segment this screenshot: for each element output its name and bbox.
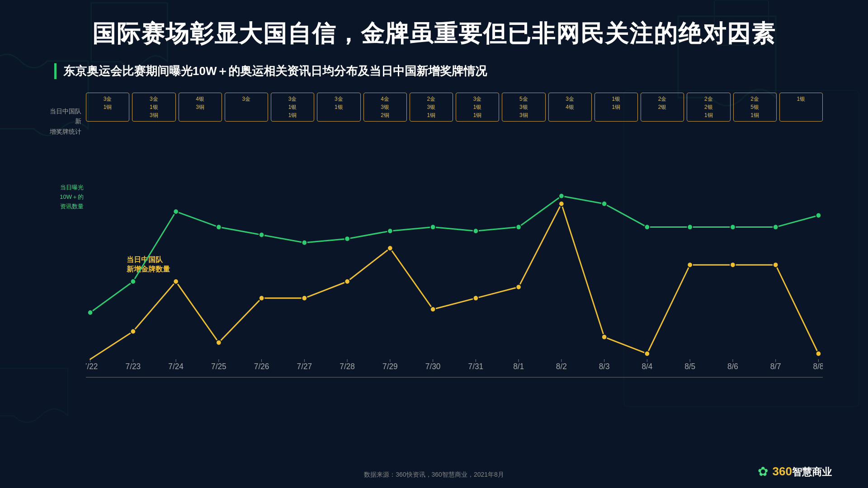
medal-box-4: 3金 1银 1铜 xyxy=(271,93,314,122)
svg-point-49 xyxy=(516,225,521,230)
svg-point-73 xyxy=(816,351,821,357)
svg-text:8/5: 8/5 xyxy=(684,362,695,371)
svg-point-48 xyxy=(473,228,479,234)
logo-area: ✿ 360智慧商业 xyxy=(758,464,832,479)
medal-box-6: 4金 3银 2铜 xyxy=(363,93,407,122)
svg-text:8/7: 8/7 xyxy=(770,362,781,371)
medal-box-8: 3金 1银 1铜 xyxy=(456,93,499,122)
svg-text:8/6: 8/6 xyxy=(727,362,738,371)
medal-box-15: 1银 xyxy=(779,93,823,122)
svg-point-64 xyxy=(430,306,436,312)
svg-point-52 xyxy=(645,225,650,230)
svg-point-39 xyxy=(88,310,93,315)
svg-point-54 xyxy=(730,225,736,230)
svg-point-57 xyxy=(131,329,136,334)
medals-row: 3金 1铜3金 1银 3铜4银 3铜3金3金 1银 1铜3金 1银4金 3银 2… xyxy=(86,93,823,122)
medal-box-1: 3金 1银 3铜 xyxy=(132,93,175,122)
svg-point-60 xyxy=(259,296,264,301)
svg-point-71 xyxy=(730,262,736,267)
svg-point-42 xyxy=(216,225,222,230)
svg-text:7/28: 7/28 xyxy=(340,362,355,371)
svg-point-63 xyxy=(387,245,393,251)
svg-text:7/23: 7/23 xyxy=(126,362,141,371)
svg-text:8/8: 8/8 xyxy=(813,362,823,371)
svg-point-66 xyxy=(516,284,521,290)
medal-box-11: 1银 1铜 xyxy=(594,93,638,122)
svg-text:7/26: 7/26 xyxy=(254,362,269,371)
svg-text:8/1: 8/1 xyxy=(513,362,524,371)
svg-text:7/31: 7/31 xyxy=(468,362,484,371)
svg-point-51 xyxy=(602,201,607,206)
medal-box-0: 3金 1铜 xyxy=(86,93,129,122)
svg-point-45 xyxy=(344,236,350,241)
logo-brand: 360智慧商业 xyxy=(773,465,832,479)
svg-text:7/22: 7/22 xyxy=(86,362,98,371)
svg-text:8/2: 8/2 xyxy=(556,362,567,371)
svg-point-53 xyxy=(687,225,693,230)
medal-box-9: 5金 3银 3铜 xyxy=(502,93,545,122)
svg-point-55 xyxy=(773,225,778,230)
svg-point-72 xyxy=(773,262,778,267)
medal-box-10: 3金 4银 xyxy=(548,93,592,122)
medal-box-3: 3金 xyxy=(225,93,268,122)
svg-point-46 xyxy=(387,228,393,234)
svg-point-67 xyxy=(559,201,564,206)
medal-box-13: 2金 2银 1铜 xyxy=(687,93,730,122)
subtitle: 东京奥运会比赛期间曝光10W＋的奥运相关资讯日均分布及当日中国新增奖牌情况 xyxy=(54,63,868,79)
medal-box-5: 3金 1银 xyxy=(317,93,360,122)
medal-box-7: 2金 3银 1铜 xyxy=(410,93,453,122)
svg-point-59 xyxy=(216,340,222,345)
svg-point-69 xyxy=(645,351,650,357)
svg-point-44 xyxy=(302,240,307,245)
svg-text:7/25: 7/25 xyxy=(211,362,226,371)
svg-point-47 xyxy=(430,225,436,230)
source-text: 数据来源：360快资讯，360智慧商业，2021年8月 xyxy=(364,471,504,479)
y-axis-label: 当日曝光10W＋的资讯数量 xyxy=(45,183,84,211)
svg-point-50 xyxy=(559,193,564,199)
svg-point-41 xyxy=(173,209,179,214)
svg-point-58 xyxy=(173,279,179,284)
svg-text:8/3: 8/3 xyxy=(599,362,610,371)
svg-text:7/24: 7/24 xyxy=(168,362,184,371)
svg-point-40 xyxy=(131,279,136,284)
svg-point-68 xyxy=(602,334,607,340)
svg-text:7/29: 7/29 xyxy=(382,362,398,371)
svg-point-65 xyxy=(473,296,479,301)
medal-box-2: 4银 3铜 xyxy=(179,93,222,122)
logo-icon: ✿ xyxy=(758,464,768,479)
main-title: 国际赛场彰显大国自信，金牌虽重要但已非网民关注的绝对因素 xyxy=(0,0,868,50)
medal-box-14: 2金 5银 1铜 xyxy=(733,93,777,122)
svg-point-62 xyxy=(344,279,350,284)
medal-box-12: 2金 2银 xyxy=(641,93,684,122)
svg-point-70 xyxy=(687,262,693,267)
svg-point-61 xyxy=(302,296,307,301)
svg-text:7/30: 7/30 xyxy=(425,362,441,371)
svg-text:7/27: 7/27 xyxy=(297,362,312,371)
svg-point-43 xyxy=(259,232,264,238)
medal-stat-label: 当日中国队新增奖牌统计 xyxy=(45,106,81,136)
svg-text:8/4: 8/4 xyxy=(642,362,652,371)
svg-point-56 xyxy=(816,213,821,218)
